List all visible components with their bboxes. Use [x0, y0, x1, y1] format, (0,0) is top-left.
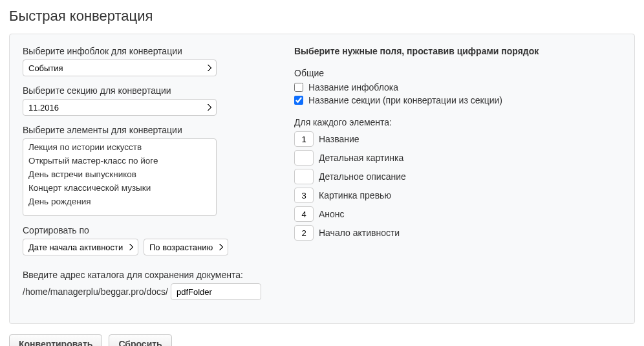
common-field-checkbox[interactable]	[294, 83, 303, 92]
common-field-label: Название инфоблока	[308, 82, 398, 92]
peritem-order-input[interactable]	[294, 131, 314, 147]
page-title: Быстрая конвертация	[9, 8, 635, 25]
peritem-field-row: Анонс	[294, 206, 621, 222]
peritem-order-input[interactable]	[294, 225, 314, 241]
sort-field-select[interactable]: Дате начала активности	[23, 239, 138, 255]
peritem-order-input[interactable]	[294, 188, 314, 203]
convert-button[interactable]: Конвертировать	[9, 334, 102, 346]
list-item[interactable]: Открытый мастер-класс по йоге	[23, 154, 216, 168]
list-item[interactable]: Концерт классической музыки	[23, 181, 216, 195]
left-column: Выберите инфоблок для конвертации Событи…	[23, 46, 268, 309]
common-field-row[interactable]: Название секции (при конвертации из секц…	[294, 95, 621, 105]
peritem-field-label: Картинка превью	[319, 190, 391, 200]
peritem-order-input[interactable]	[294, 206, 314, 222]
elements-listbox[interactable]: Лекция по истории искусствОткрытый масте…	[23, 138, 217, 216]
infoblock-label: Выберите инфоблок для конвертации	[23, 46, 268, 56]
fields-instruction: Выберите нужные поля, проставив цифрами …	[294, 46, 621, 56]
section-select[interactable]: 11.2016	[23, 99, 217, 116]
list-item[interactable]: День встречи выпускников	[23, 168, 216, 181]
peritem-field-row: Начало активности	[294, 225, 621, 241]
reset-button[interactable]: Сбросить	[109, 334, 171, 346]
sort-label: Сортировать по	[23, 225, 268, 235]
right-column: Выберите нужные поля, проставив цифрами …	[294, 46, 621, 309]
peritem-order-input[interactable]	[294, 169, 314, 184]
list-item[interactable]: Лекция по истории искусств	[23, 140, 216, 154]
peritem-field-row: Детальная картинка	[294, 150, 621, 166]
peritem-field-label: Детальная картинка	[319, 153, 403, 163]
peritem-order-input[interactable]	[294, 150, 314, 166]
peritem-field-label: Начало активности	[319, 228, 400, 238]
infoblock-select[interactable]: События	[23, 59, 217, 76]
common-field-checkbox[interactable]	[294, 96, 303, 105]
elements-label: Выберите элементы для конвертации	[23, 125, 268, 135]
peritem-field-row: Картинка превью	[294, 188, 621, 203]
common-group-heading: Общие	[294, 68, 621, 78]
list-item[interactable]: День рождения	[23, 195, 216, 208]
common-field-label: Название секции (при конвертации из секц…	[308, 95, 502, 105]
section-label: Выберите секцию для конвертации	[23, 85, 268, 96]
peritem-group-heading: Для каждого элемента:	[294, 117, 621, 127]
peritem-field-label: Анонс	[319, 209, 345, 219]
common-field-row[interactable]: Название инфоблока	[294, 82, 621, 92]
peritem-field-label: Название	[319, 134, 360, 144]
peritem-field-label: Детальное описание	[319, 171, 406, 182]
sort-direction-select[interactable]: По возрастанию	[144, 239, 228, 255]
save-path-prefix: /home/managerplu/beggar.pro/docs/	[23, 287, 168, 297]
conversion-panel: Выберите инфоблок для конвертации Событи…	[9, 34, 635, 324]
peritem-field-row: Детальное описание	[294, 169, 621, 184]
save-path-label: Введите адрес каталога для сохранения до…	[23, 270, 268, 280]
save-folder-input[interactable]	[171, 283, 261, 300]
peritem-field-row: Название	[294, 131, 621, 147]
